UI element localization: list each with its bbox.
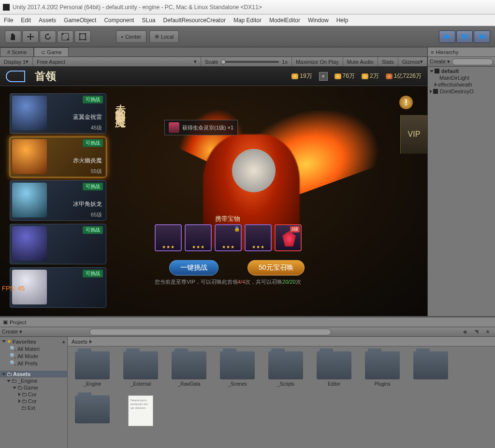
tree-folder[interactable]: 🗀 Cor [0, 398, 67, 405]
boss-name-vertical: 赤火幽炎魔 [113, 96, 128, 110]
vip-button[interactable]: VIP [400, 115, 427, 154]
tree-folder[interactable]: 🗀 _Engine [0, 377, 67, 384]
currency-2: 76万 [335, 72, 355, 80]
step-button[interactable] [474, 30, 490, 43]
game-view[interactable]: 首领 19万 + 76万 2万 1亿7226万 可挑战蓝翼金祝雷45级 可挑战赤… [0, 67, 427, 316]
boss-card[interactable]: 可挑战冰甲角妖龙65级 [10, 180, 106, 221]
scale-slider[interactable] [221, 61, 279, 63]
treasure-slot[interactable]: ★★★ [185, 224, 212, 251]
svg-point-7 [85, 39, 87, 40]
favorite-item[interactable]: 🔍 All Mode [0, 352, 67, 360]
project-tab[interactable]: ▣ Project [0, 318, 495, 327]
folder-icon [365, 351, 400, 379]
treasure-slot[interactable]: ★★★ [245, 224, 272, 251]
svg-rect-2 [67, 39, 69, 40]
folder-item[interactable]: _Engine [73, 351, 112, 387]
folder-item[interactable]: _Scripts [266, 351, 306, 387]
menu-component[interactable]: Component [104, 17, 134, 24]
menu-assets[interactable]: Assets [39, 17, 56, 24]
challenge-button[interactable]: 一键挑战 [169, 260, 218, 275]
scale-label: Scale1x [201, 57, 292, 66]
folder-item[interactable]: Plugins [363, 351, 402, 387]
file-item[interactable]: Neque porro quisquam est qui dolorem. [121, 395, 160, 426]
folder-icon [123, 351, 158, 379]
svg-rect-3 [80, 34, 86, 40]
hierarchy-item[interactable]: MainDirLight [428, 74, 495, 81]
window-title: Unity 2017.4.20f2 Personal (64bit) - def… [13, 4, 262, 11]
menu-slua[interactable]: SLua [142, 17, 155, 24]
gizmos-dropdown[interactable]: Gizmos ▾ [398, 57, 427, 66]
pause-button[interactable] [456, 30, 473, 43]
folder-icon [172, 351, 206, 379]
tab-scene[interactable]: # Scene [0, 47, 34, 57]
menu-gameobject[interactable]: GameObject [64, 17, 96, 24]
tree-folder[interactable]: 🗀 Cor [0, 391, 67, 398]
maximize-toggle[interactable]: Maximize On Play [292, 57, 343, 66]
folder-item[interactable]: _External [121, 351, 160, 387]
hand-tool-button[interactable] [5, 30, 21, 43]
boss-card[interactable]: 可挑战蓝翼金祝雷45级 [10, 93, 106, 134]
alert-icon[interactable]: ! [399, 96, 413, 109]
menu-edit[interactable]: Edit [21, 17, 31, 24]
project-search-input[interactable] [89, 329, 331, 335]
tree-folder[interactable]: 🗀 Game [0, 384, 67, 391]
treasure-slot[interactable]: 2级 [275, 224, 302, 251]
folder-item[interactable]: _RawData [169, 351, 209, 387]
unity-scene-icon [435, 69, 439, 73]
hierarchy-item[interactable]: effect/ui/weath [428, 81, 495, 88]
menu-file[interactable]: File [4, 17, 13, 24]
pivot-local-button[interactable]: ⊕ Local [149, 30, 179, 43]
folder-item[interactable]: _Scenes [218, 351, 257, 387]
currency-gold: 19万 [291, 72, 312, 80]
project-create-dropdown[interactable]: Create ▾ [2, 329, 22, 335]
folder-item[interactable]: Editor [314, 351, 354, 387]
project-tree: ★ Favorites▴ 🔍 All Materi 🔍 All Mode 🔍 A… [0, 337, 68, 448]
rotate-tool-button[interactable] [40, 30, 56, 43]
treasure-slot-locked[interactable]: 🔒★★★ [215, 224, 242, 251]
play-button[interactable] [439, 30, 455, 43]
add-currency-button[interactable]: + [319, 72, 328, 81]
menu-mapeditor[interactable]: Map Editor [233, 17, 262, 24]
menu-defaultresourcecreator[interactable]: DefaultResourceCreator [163, 17, 225, 24]
currency-4: 1亿7226万 [386, 72, 422, 80]
treasure-slot[interactable]: ★★★ [155, 224, 182, 251]
assets-root[interactable]: 🗀 Assets [0, 371, 67, 377]
favorite-item[interactable]: 🔍 All Materi [0, 345, 67, 352]
move-tool-button[interactable] [22, 30, 39, 43]
boss-list: 可挑战蓝翼金祝雷45级 可挑战赤火幽炎魔55级 可挑战冰甲角妖龙65级 可挑战 … [10, 93, 106, 308]
tree-folder[interactable]: 🗀 Ext [0, 405, 67, 411]
folder-icon [268, 351, 303, 379]
menu-help[interactable]: Help [336, 17, 349, 24]
fps-counter: FPS: 45 [2, 285, 25, 292]
display-dropdown[interactable]: Display 1 ▾ [0, 57, 33, 66]
project-view-icons[interactable]: ◆ ◥ ★ [463, 329, 493, 335]
hierarchy-search-input[interactable] [452, 58, 493, 65]
gem-icon [282, 231, 296, 246]
hierarchy-tab[interactable]: ≡ Hierarchy [428, 47, 495, 57]
stats-toggle[interactable]: Stats [378, 57, 398, 66]
folder-item[interactable] [73, 395, 112, 426]
hierarchy-item[interactable]: DontDestroyO [428, 88, 495, 95]
menu-modeleditor[interactable]: ModelEditor [269, 17, 300, 24]
menu-window[interactable]: Window [308, 17, 329, 24]
tab-game[interactable]: ⊂ Game [34, 47, 69, 57]
scale-tool-button[interactable] [57, 30, 73, 43]
mute-toggle[interactable]: Mute Audio [343, 57, 378, 66]
aspect-dropdown[interactable]: Free Aspect▾ [33, 57, 201, 66]
breadcrumb[interactable]: Assets [68, 337, 495, 347]
project-panel: ▣ Project Create ▾ ◆ ◥ ★ ★ Favorites▴ 🔍 … [0, 316, 495, 448]
hierarchy-scene[interactable]: default [428, 68, 495, 74]
folder-icon [413, 351, 448, 379]
summon-button[interactable]: 50元宝召唤 [248, 260, 305, 275]
boss-card-selected[interactable]: 可挑战赤火幽炎魔55级 [10, 137, 106, 177]
pivot-center-button[interactable]: ▪ Center [116, 30, 146, 43]
favorites-header[interactable]: ★ Favorites▴ [0, 338, 67, 345]
summon-tip: 您当前是至尊VIP，可以召唤此首领4/4次，共可以召唤20/20次 [155, 278, 301, 286]
hierarchy-create-dropdown[interactable]: Create ▾ [430, 58, 450, 65]
boss-card[interactable]: 可挑战 [10, 224, 106, 264]
rect-tool-button[interactable] [74, 30, 91, 43]
folder-icon [75, 395, 110, 423]
folder-item[interactable] [411, 351, 451, 387]
favorite-item[interactable]: 🔍 All Prefa [0, 360, 67, 367]
svg-point-6 [79, 39, 81, 40]
